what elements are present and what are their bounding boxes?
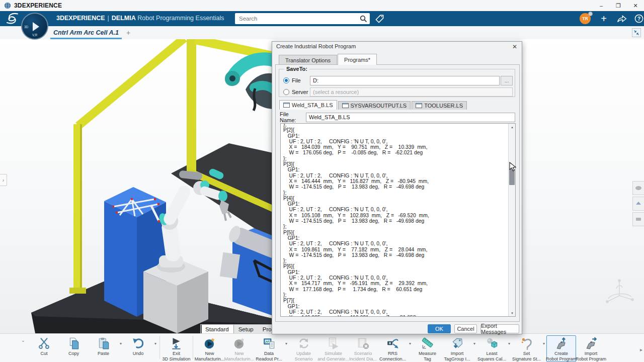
update-scenario-icon xyxy=(297,337,310,350)
data-readout-button[interactable]: DataReadout Pr... xyxy=(254,335,284,362)
set-signature-button[interactable]: SetSignature St... xyxy=(512,335,541,362)
import-robot-program-button[interactable]: ImportRobot Program xyxy=(576,335,606,362)
collapse-view-button[interactable] xyxy=(632,28,641,37)
browse-button[interactable]: ... xyxy=(501,76,513,85)
dialog-close-button[interactable]: ✕ xyxy=(511,43,519,51)
robot-cell-3d-scene xyxy=(0,39,282,333)
import-taggroup-button[interactable]: ImportTagGroup I... xyxy=(442,335,472,362)
file-tab-weld-sta-b-ls[interactable]: Weld_STA_B.LS xyxy=(279,100,337,110)
export-messages-button[interactable]: Export Messages xyxy=(480,324,519,333)
least-squares-button[interactable]: LeastSquares Cal... xyxy=(477,335,507,362)
create-robot-program-icon xyxy=(555,337,568,350)
copy-button[interactable]: Copy xyxy=(59,335,89,357)
scroll-up-button[interactable]: ▲ xyxy=(509,124,516,130)
3d-compass[interactable]: 3D V,R xyxy=(21,13,48,40)
file-radio-label: File xyxy=(292,77,310,83)
copy-icon xyxy=(67,337,80,350)
cut-button[interactable]: Cut xyxy=(29,335,59,357)
app-name: DELMIA xyxy=(112,15,136,22)
toolbar-overflow-button[interactable]: ▸ xyxy=(640,347,642,352)
set-signature-button-dropdown[interactable]: ▾ xyxy=(541,341,546,346)
server-resource-input xyxy=(310,87,513,97)
data-readout-button-dropdown[interactable]: ▾ xyxy=(284,341,289,346)
app-globe-icon xyxy=(4,2,11,9)
file-radio[interactable] xyxy=(283,77,289,83)
avatar-status-badge xyxy=(588,12,593,16)
undo-button[interactable]: Undo xyxy=(123,335,153,357)
scissors-icon xyxy=(38,337,51,350)
measure-tag-icon xyxy=(421,337,434,350)
file-tab-tooluser-ls[interactable]: TOOLUSER.LS xyxy=(412,101,467,110)
new-manufacturing-program-button[interactable]: NewManufacturin... xyxy=(195,335,224,362)
undo-button-dropdown[interactable]: ▾ xyxy=(153,341,158,346)
workbench-tab-setup[interactable]: Setup xyxy=(234,325,258,333)
app-brand: 3DEXPERIENCE|DELMIA Robot Programming Es… xyxy=(56,15,224,22)
panel-thumbnail-1[interactable] xyxy=(632,181,644,195)
file-name-label: File Name: xyxy=(280,111,306,123)
server-radio[interactable] xyxy=(283,89,289,95)
brand-name: 3DEXPERIENCE xyxy=(56,15,105,22)
dialog-tab-programs[interactable]: Programs* xyxy=(338,54,377,65)
toolbar-separator xyxy=(193,336,193,359)
toolbar-collapse-button[interactable]: ⌄ xyxy=(18,336,28,343)
workbench-tab-standard[interactable]: Standard xyxy=(201,325,234,333)
program-code-text: }; P[2]{ GP1: UF : 2, UT : 2, CONFIG : '… xyxy=(281,123,515,317)
simulate-generate-icon xyxy=(327,337,340,350)
ok-button[interactable]: OK xyxy=(428,324,451,333)
new-manufacturing-icon xyxy=(233,337,246,350)
help-button[interactable]: ? xyxy=(633,13,644,25)
update-scenario-button: UpdateScenario xyxy=(289,335,318,362)
add-content-button[interactable]: + xyxy=(598,13,610,25)
new-manufacturing-cell-button: NewManufacturin... xyxy=(224,335,254,362)
program-file-tabs: Weld_STA_B.LSSYSVARSOUTPUT.LSTOOLUSER.LS xyxy=(279,100,468,110)
maximize-button[interactable]: ❐ xyxy=(610,0,627,11)
file-icon xyxy=(283,103,290,108)
paste-button[interactable]: Paste xyxy=(89,335,118,357)
close-button[interactable]: ✕ xyxy=(627,0,644,11)
cancel-button[interactable]: Cancel xyxy=(454,324,477,333)
paste-icon xyxy=(97,337,110,350)
window-title: 3DEXPERIENCE xyxy=(14,2,62,9)
scenario-incident-icon xyxy=(357,337,370,350)
scroll-down-button[interactable]: ▼ xyxy=(509,310,516,316)
measure-tag-button-label: MeasureTag xyxy=(419,351,436,361)
measure-tag-button[interactable]: MeasureTag xyxy=(413,335,442,362)
program-code-area[interactable]: }; P[2]{ GP1: UF : 2, UT : 2, CONFIG : '… xyxy=(280,123,516,317)
paste-button-label: Paste xyxy=(98,351,109,356)
new-document-tab-button[interactable]: + xyxy=(124,28,133,37)
least-squares-button-dropdown[interactable]: ▾ xyxy=(507,341,512,346)
file-path-input[interactable] xyxy=(310,76,500,85)
share-button[interactable] xyxy=(616,13,628,25)
collapse-arrows-icon xyxy=(633,30,639,36)
svg-text:?: ? xyxy=(637,16,640,22)
exit-3d-simulation-button[interactable]: Exit3D Simulation xyxy=(162,335,191,362)
simulate-and-generate-button-label: Simulateand Generate... xyxy=(317,351,349,361)
panel-thumbnail-3[interactable] xyxy=(632,212,644,226)
dialog-title: Create Industrial Robot Program xyxy=(276,43,356,49)
copy-button-label: Copy xyxy=(68,351,79,356)
search-button[interactable] xyxy=(357,13,370,24)
panel-thumbnail-2[interactable] xyxy=(632,197,644,211)
file-name-input[interactable] xyxy=(306,113,515,122)
tag-search-button[interactable] xyxy=(374,13,385,24)
dialog-tab-translator-options[interactable]: Translator Options xyxy=(279,55,337,65)
code-scrollbar[interactable]: ▲ ▼ xyxy=(508,124,515,316)
import-taggroup-button-dropdown[interactable]: ▾ xyxy=(472,341,477,346)
document-tab[interactable]: Cntrl Arm Arc Cell A.1 xyxy=(50,28,122,38)
search-input[interactable] xyxy=(235,16,357,22)
rrs-connection-button[interactable]: RRSConnection... xyxy=(378,335,408,362)
programs-tab-panel: SaveTo: File ... Server Weld_STA_B.LSSYS… xyxy=(275,64,520,322)
paste-button-dropdown[interactable]: ▾ xyxy=(118,341,123,346)
mouse-cursor xyxy=(509,162,517,172)
left-panel-expander[interactable]: › xyxy=(0,174,7,186)
undo-icon xyxy=(132,337,145,350)
create-robot-program-button[interactable]: CreateRobot Program xyxy=(546,335,576,362)
file-icon xyxy=(342,103,349,108)
rrs-connection-button-dropdown[interactable]: ▾ xyxy=(408,341,413,346)
file-tab-sysvarsoutput-ls[interactable]: SYSVARSOUTPUT.LS xyxy=(338,101,411,110)
play-icon xyxy=(33,22,39,31)
save-to-groupbox: SaveTo: File ... Server xyxy=(279,69,515,97)
create-robot-program-dialog: Create Industrial Robot Program ✕ Transl… xyxy=(272,41,522,334)
minimize-button[interactable]: – xyxy=(593,0,610,11)
user-avatar[interactable]: TR xyxy=(580,13,591,24)
